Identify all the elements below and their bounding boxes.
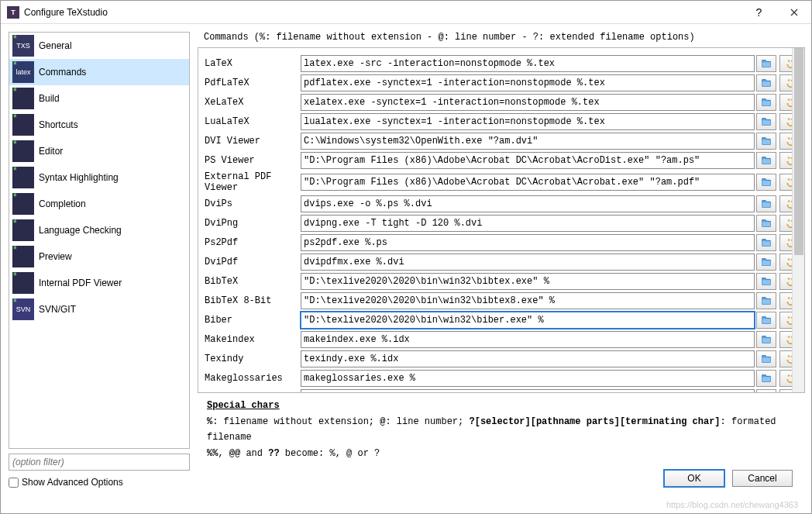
browse-button[interactable] (756, 113, 776, 130)
browse-button[interactable] (756, 55, 776, 72)
sidebar-item-label: General (39, 40, 72, 51)
browse-button[interactable] (756, 152, 776, 169)
command-input[interactable] (301, 195, 755, 212)
sidebar-item-preview[interactable]: Preview (9, 243, 189, 270)
command-row: PdfLaTeX (201, 74, 801, 91)
watermark: https://blog.csdn.net/chewang4363 (666, 500, 798, 509)
browse-button[interactable] (756, 133, 776, 150)
command-row: PS Viewer (201, 152, 801, 169)
command-input[interactable] (301, 254, 755, 271)
section-header: Commands (%: filename without extension … (198, 30, 805, 47)
sidebar-item-general[interactable]: TXSGeneral (9, 33, 189, 59)
sidebar-item-icon (12, 88, 34, 109)
sidebar-item-label: Shortcuts (39, 119, 78, 130)
sidebar-item-label: Completion (39, 198, 86, 209)
scrollbar[interactable] (792, 48, 804, 392)
command-input[interactable] (301, 331, 755, 348)
command-input[interactable] (301, 234, 755, 251)
sidebar-item-completion[interactable]: Completion (9, 191, 189, 217)
command-label: XeLaTeX (201, 94, 301, 111)
command-input[interactable] (301, 133, 755, 150)
sidebar-item-icon: SVN (12, 298, 34, 320)
command-label: DviPng (201, 215, 301, 232)
command-input[interactable] (301, 174, 755, 191)
browse-button[interactable] (756, 331, 776, 348)
command-input[interactable] (301, 292, 755, 309)
cancel-button[interactable]: Cancel (732, 470, 793, 487)
close-button[interactable] (776, 2, 811, 23)
command-input[interactable] (301, 113, 755, 130)
browse-button[interactable] (756, 195, 776, 212)
command-label: PS Viewer (201, 152, 301, 169)
command-label: LuaLaTeX (201, 113, 301, 130)
command-row: Makeglossaries (201, 370, 801, 387)
command-row: BibTeX 8-Bit (201, 292, 801, 309)
browse-button[interactable] (756, 94, 776, 111)
browse-button[interactable] (756, 273, 776, 290)
sidebar-item-icon (12, 140, 34, 162)
sidebar-item-icon (12, 167, 34, 188)
browse-button[interactable] (756, 370, 776, 387)
sidebar-item-label: Editor (39, 146, 63, 157)
browse-button[interactable] (756, 234, 776, 251)
ok-button[interactable]: OK (664, 470, 724, 487)
browse-button[interactable] (756, 254, 776, 271)
sidebar-item-icon (12, 246, 34, 267)
browse-button[interactable] (756, 174, 776, 191)
command-input[interactable] (301, 389, 755, 393)
command-input[interactable] (301, 273, 755, 290)
command-row: LaTeX (201, 55, 801, 72)
command-input[interactable] (301, 94, 755, 111)
sidebar-item-build[interactable]: Build (9, 85, 189, 112)
show-advanced-checkbox[interactable] (9, 478, 19, 488)
command-label: PdfLaTeX (201, 74, 301, 91)
browse-button[interactable] (756, 74, 776, 91)
sidebar-item-icon: latex (12, 61, 34, 83)
command-row: Ps2Pdf (201, 234, 801, 251)
sidebar-item-icon (12, 219, 34, 241)
sidebar-item-label: Language Checking (39, 225, 122, 236)
command-label: Makeglossaries (201, 370, 301, 387)
command-input[interactable] (301, 215, 755, 232)
browse-button[interactable] (756, 312, 776, 329)
sidebar-item-svn-git[interactable]: SVNSVN/GIT (9, 296, 189, 323)
command-row: Biber (201, 312, 801, 329)
scrollbar-thumb[interactable] (794, 48, 803, 255)
command-input[interactable] (301, 152, 755, 169)
command-input[interactable] (301, 74, 755, 91)
main-panel: Commands (%: filename without extension … (198, 24, 811, 492)
command-row: Texindy (201, 350, 801, 367)
sidebar-item-icon (12, 193, 34, 215)
browse-button[interactable] (756, 350, 776, 367)
command-label: External PDF Viewer (201, 171, 301, 193)
title-bar: T Configure TeXstudio ? (1, 1, 811, 24)
show-advanced-label: Show Advanced Options (22, 477, 123, 488)
option-filter-input[interactable] (9, 454, 190, 471)
sidebar-item-label: SVN/GIT (39, 304, 76, 315)
command-label: MetaPost (201, 389, 301, 393)
command-label: Makeindex (201, 331, 301, 348)
command-label: LaTeX (201, 55, 301, 72)
sidebar-item-syntax-highlighting[interactable]: Syntax Highlighting (9, 164, 189, 191)
command-row: External PDF Viewer (201, 171, 801, 193)
browse-button[interactable] (756, 292, 776, 309)
browse-button[interactable] (756, 389, 776, 393)
sidebar-item-commands[interactable]: latexCommands (9, 59, 189, 85)
sidebar-item-shortcuts[interactable]: Shortcuts (9, 112, 189, 138)
special-chars-help: Special chars %: filename without extens… (198, 393, 805, 464)
command-label: DVI Viewer (201, 133, 301, 150)
sidebar-item-label: Internal PDF Viewer (39, 278, 122, 288)
browse-button[interactable] (756, 215, 776, 232)
command-row: XeLaTeX (201, 94, 801, 111)
commands-panel: LaTeXPdfLaTeXXeLaTeXLuaLaTeXDVI ViewerPS… (198, 47, 805, 393)
command-row: DviPs (201, 195, 801, 212)
help-button[interactable]: ? (741, 2, 776, 23)
sidebar-item-internal-pdf-viewer[interactable]: Internal PDF Viewer (9, 270, 189, 296)
command-input[interactable] (301, 370, 755, 387)
command-input[interactable] (301, 350, 755, 367)
command-label: BibTeX 8-Bit (201, 292, 301, 309)
command-input[interactable] (301, 55, 755, 72)
command-input[interactable] (301, 312, 755, 329)
sidebar-item-editor[interactable]: Editor (9, 138, 189, 164)
sidebar-item-language-checking[interactable]: Language Checking (9, 217, 189, 243)
